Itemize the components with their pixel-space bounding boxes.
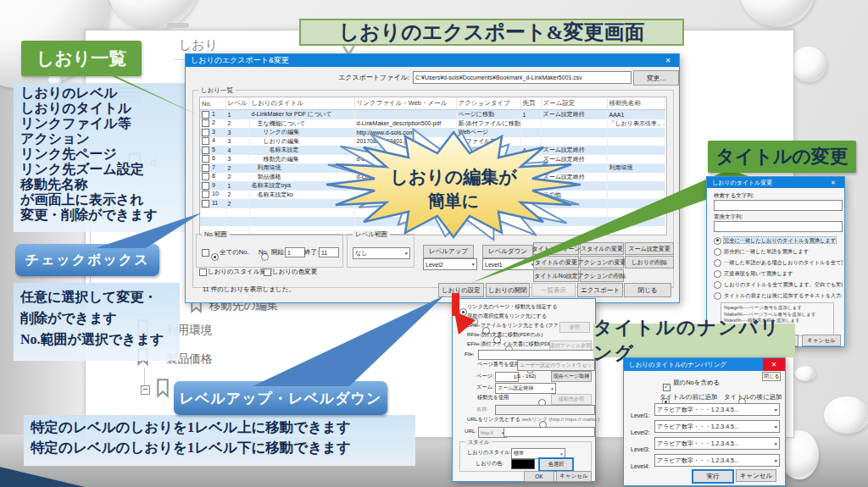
row-checkbox[interactable] bbox=[202, 147, 209, 154]
row-checkbox[interactable] bbox=[202, 129, 209, 136]
start-field[interactable]: 1 bbox=[285, 247, 305, 257]
table-row[interactable]: 22主な機能についてd-LinkMaker_description500.pdf… bbox=[200, 119, 665, 129]
dialog-button[interactable]: エクスポート bbox=[577, 283, 623, 297]
change-file-button[interactable]: 変更... bbox=[633, 70, 679, 86]
run-button[interactable]: 実行 bbox=[692, 469, 734, 484]
row-checkbox[interactable] bbox=[202, 111, 209, 119]
numbering-titlebar[interactable]: しおりのタイトルのナンバリング ✕ bbox=[624, 358, 785, 371]
level-down-select[interactable]: Level1▾ bbox=[482, 258, 537, 270]
column-header[interactable]: レベル bbox=[225, 97, 249, 110]
export-file-path-field[interactable]: C:¥Users¥d-sols¥Documents¥Bookmark_d-Lin… bbox=[413, 71, 632, 84]
search-string-field[interactable] bbox=[714, 200, 843, 211]
page-dest-radio[interactable] bbox=[459, 308, 467, 316]
current-page-button[interactable]: 現在ページ取得 bbox=[551, 371, 592, 382]
include-parent-checkbox[interactable] bbox=[663, 384, 670, 391]
replace-string-field[interactable] bbox=[714, 221, 843, 232]
style-change-checkbox[interactable] bbox=[199, 268, 207, 276]
level-format-select[interactable]: アラビア数字・・・1.2.3.4.5...▾ bbox=[654, 420, 780, 433]
table-row[interactable]: 72利用環境倶吐城閲度創香姘并幇譲新-別の文書に移動利用環境 bbox=[200, 163, 665, 173]
table-row[interactable]: 102名称未設定koその他 bbox=[200, 191, 665, 200]
color-change-checkbox[interactable] bbox=[264, 268, 271, 276]
column-header[interactable]: アクションタイプ bbox=[456, 97, 520, 110]
row-checkbox[interactable] bbox=[202, 164, 209, 172]
level-format-select[interactable]: アラビア数字・・・1.2.3.4.5...▾ bbox=[654, 454, 780, 467]
row-checkbox[interactable] bbox=[202, 173, 209, 180]
level-format-select[interactable]: アラビア数字・・・1.2.3.4.5...▾ bbox=[654, 437, 780, 450]
replace-mode-option[interactable]: タイトルの前または後に追加するテキストを入力します bbox=[714, 290, 843, 301]
column-header[interactable]: しおりのタイトル bbox=[249, 97, 354, 110]
dest-browse-button[interactable]: 移動先参照 bbox=[551, 394, 592, 405]
dialog-button[interactable]: 一覧表示 bbox=[531, 283, 576, 297]
radio-icon[interactable] bbox=[714, 248, 721, 256]
replace-mode-option[interactable]: 部分的に一致した単語を置換します bbox=[714, 246, 843, 257]
table-row[interactable]: 43しおりの編集20170830103401.pdf新-ファイル指定 bbox=[200, 137, 665, 147]
tree-collapse-icon[interactable] bbox=[141, 385, 150, 395]
radio-icon[interactable] bbox=[714, 259, 721, 267]
page-field[interactable]: 1 bbox=[495, 372, 519, 382]
action-button[interactable]: タイトルクリーン bbox=[533, 242, 579, 255]
dialog-button[interactable]: しおりの設定 bbox=[438, 283, 484, 297]
column-header[interactable]: ズーム設定 bbox=[541, 97, 607, 110]
color-select-button[interactable]: 色選択 bbox=[538, 457, 574, 472]
all-no-radio[interactable] bbox=[211, 253, 219, 261]
column-header[interactable]: 移動先名称 bbox=[607, 97, 665, 110]
cancel-button[interactable]: キャンセル bbox=[802, 335, 841, 346]
table-row[interactable]: 91名称未設定oyad-LinkM bbox=[200, 181, 665, 191]
dialog-button[interactable]: しおりの開閉 bbox=[486, 283, 530, 297]
url-field[interactable] bbox=[504, 427, 595, 437]
action-button[interactable]: タイトルの変更 bbox=[533, 256, 579, 268]
row-checkbox[interactable] bbox=[202, 191, 209, 198]
cancel-button[interactable]: キャンセル bbox=[556, 471, 592, 482]
close-icon[interactable]: ✕ bbox=[657, 57, 679, 64]
browse-button[interactable]: 参照 bbox=[559, 322, 590, 333]
table-row[interactable]: 33リンクの編集http://www.d-sols.comWebページ bbox=[200, 128, 665, 137]
table-row[interactable]: 82製品価格d-Linkズーム設定維持 bbox=[200, 173, 665, 182]
cancel-button[interactable]: キャンセル bbox=[736, 469, 776, 482]
radio-icon[interactable] bbox=[714, 292, 721, 300]
url-scheme-select[interactable]: http://▾ bbox=[478, 427, 507, 438]
column-header[interactable]: 先頁 bbox=[520, 97, 541, 110]
end-field[interactable]: 11 bbox=[319, 247, 339, 257]
radio-icon[interactable] bbox=[714, 281, 721, 289]
title-change-titlebar[interactable]: しおりのタイトル変更 ✕ bbox=[707, 177, 844, 188]
replace-mode-option[interactable]: しおりのタイトルを全て置換します。空白でも実行します bbox=[714, 279, 843, 290]
radio-icon[interactable] bbox=[714, 270, 721, 278]
window-set-select[interactable]: ユーザー設定のウィンドウセット▾ bbox=[517, 360, 595, 371]
table-row[interactable]: 54名称未設定ページに移動4ズーム設定維持 bbox=[200, 146, 665, 155]
replace-mode-option[interactable]: 一致した単語がある場合しおりのタイトルを全て置換します bbox=[714, 257, 843, 268]
column-header[interactable]: リンクファイル・Web・メール bbox=[354, 97, 456, 110]
level-down-button[interactable]: レベルダウン bbox=[482, 245, 533, 258]
radio-icon[interactable] bbox=[714, 237, 721, 245]
file-field[interactable] bbox=[478, 350, 595, 360]
action-button[interactable]: スタイルの変更 bbox=[580, 242, 624, 255]
table-row[interactable]: 63移動先の編集d-LinkMaker_description500.pdf新-… bbox=[200, 155, 665, 164]
dialog-button[interactable]: 閉じる bbox=[624, 283, 671, 297]
level-format-select[interactable]: アラビア数字・・・1.2.3.4.5...▾ bbox=[654, 403, 780, 416]
ok-button[interactable]: OK bbox=[524, 471, 554, 482]
column-header[interactable]: No. bbox=[200, 97, 225, 110]
action-button[interactable]: しおりの削除 bbox=[625, 256, 674, 268]
row-checkbox[interactable] bbox=[202, 137, 209, 145]
close-icon[interactable]: ✕ bbox=[763, 358, 785, 371]
close-icon[interactable]: ✕ bbox=[822, 180, 844, 186]
zoom-select[interactable]: ズーム設定維持▾ bbox=[495, 383, 556, 394]
bookmark-flag-icon[interactable] bbox=[156, 379, 170, 401]
no-range-checkbox[interactable] bbox=[202, 249, 209, 257]
row-checkbox[interactable] bbox=[202, 200, 209, 208]
replace-mode-option[interactable]: 完全に一致したしおりのタイトルを置換します bbox=[714, 235, 843, 246]
action-button[interactable]: アクションの削除 bbox=[580, 269, 624, 282]
action-button[interactable]: アクションの変更 bbox=[580, 256, 624, 268]
name-field[interactable] bbox=[495, 405, 595, 415]
row-checkbox[interactable] bbox=[202, 155, 209, 163]
replace-mode-option[interactable]: 正規表現を用いて置換します bbox=[714, 268, 843, 279]
level-range-select[interactable]: なし▾ bbox=[353, 247, 410, 259]
action-button[interactable]: タイトルNo設定 bbox=[533, 269, 579, 282]
export-dialog-titlebar[interactable]: しおりのエクスポート&変更 ✕ bbox=[186, 54, 679, 67]
level-up-button[interactable]: レベルアップ bbox=[423, 245, 474, 258]
table-row[interactable]: 11d-LinkMaker for PDF についてページに移動1ズーム設定維持… bbox=[200, 110, 665, 119]
row-checkbox[interactable] bbox=[202, 182, 209, 190]
action-button[interactable]: ズーム設定変更 bbox=[625, 242, 674, 255]
table-row[interactable]: 112 bbox=[200, 199, 665, 208]
row-checkbox[interactable] bbox=[202, 119, 209, 127]
level-up-select[interactable]: Level2▾ bbox=[423, 258, 477, 270]
